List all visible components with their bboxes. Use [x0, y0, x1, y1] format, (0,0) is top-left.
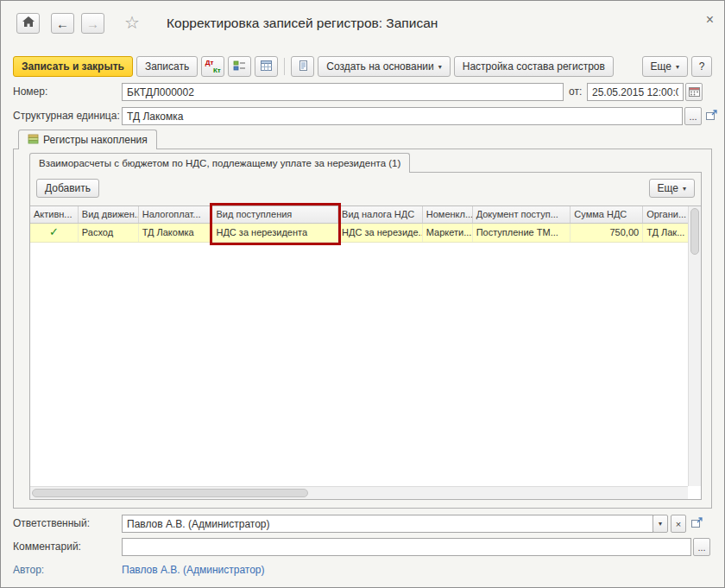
create-based-on-button[interactable]: Создать на основании ▾ — [318, 56, 451, 77]
accumulation-registers-icon — [28, 134, 39, 147]
dropdown-arrow-icon: ▾ — [438, 63, 442, 71]
close-icon[interactable]: × — [706, 12, 714, 28]
open-icon — [705, 110, 717, 123]
number-label: Номер: — [13, 83, 47, 101]
responsible-open-button[interactable] — [689, 515, 704, 533]
save-button[interactable]: Записать — [136, 56, 198, 77]
structural-unit-choose-button[interactable]: ... — [684, 107, 702, 125]
register-grid-panel: Добавить Еще ▾ Активн... Вид движен... Н… — [29, 172, 702, 500]
favorites-star-icon[interactable]: ☆ — [124, 11, 140, 34]
horizontal-scrollbar[interactable] — [30, 486, 688, 499]
vertical-scrollbar-thumb[interactable] — [690, 208, 699, 255]
table-header-row: Активн... Вид движен... Налогоплат... Ви… — [30, 206, 688, 224]
calendar-button[interactable] — [685, 83, 703, 101]
comment-input[interactable] — [122, 538, 691, 556]
back-button[interactable]: ← — [51, 13, 74, 34]
more-button[interactable]: Еще ▾ — [642, 56, 688, 77]
forward-button[interactable]: → — [81, 13, 104, 34]
author-label: Автор: — [13, 561, 44, 579]
document-window: ← → ☆ Корректировка записей регистров: З… — [0, 0, 725, 588]
cell-nomenclature[interactable]: Маркети... — [423, 224, 473, 242]
number-input[interactable] — [122, 83, 564, 101]
structural-unit-open-button[interactable] — [703, 107, 719, 125]
register-records-button[interactable] — [228, 56, 251, 77]
annotation-red-box — [210, 203, 341, 245]
register-table: Активн... Вид движен... Налогоплат... Ви… — [30, 205, 701, 499]
responsible-input[interactable] — [122, 515, 653, 533]
responsible-clear-button[interactable]: × — [671, 515, 686, 533]
table-icon — [260, 60, 273, 74]
window-title: Корректировка записей регистров: Записан — [167, 16, 438, 31]
home-button[interactable] — [16, 13, 40, 34]
register-records-icon — [233, 60, 246, 74]
cell-taxpayer[interactable]: ТД Лакомка — [139, 224, 213, 242]
tab-accumulation-registers[interactable]: Регистры накопления — [18, 130, 157, 149]
cell-movement-type[interactable]: Расход — [79, 224, 139, 242]
back-arrow-icon: ← — [56, 16, 69, 31]
column-header-active[interactable]: Активн... — [30, 206, 79, 223]
dtkt-icon: ДтКт — [205, 60, 221, 74]
vertical-scrollbar[interactable] — [688, 206, 701, 486]
comment-label: Комментарий: — [13, 538, 81, 556]
dropdown-arrow-icon: ▾ — [676, 63, 679, 71]
date-input[interactable] — [587, 83, 684, 101]
column-header-document[interactable]: Документ поступ... — [473, 206, 571, 223]
responsible-dropdown-button[interactable]: ▾ — [652, 515, 668, 533]
horizontal-scrollbar-thumb[interactable] — [32, 489, 308, 497]
column-header-taxpayer[interactable]: Налогоплат... — [139, 206, 213, 223]
report-table-button[interactable] — [255, 56, 278, 77]
structural-unit-label: Структурная единица: — [13, 107, 120, 125]
table-row[interactable]: ✓ Расход ТД Лакомка НДС за нерезидента Н… — [30, 224, 688, 243]
forward-arrow-icon: → — [86, 16, 99, 31]
grid-more-button[interactable]: Еще ▾ — [649, 179, 695, 198]
cell-document[interactable]: Поступление ТМ... — [473, 224, 571, 242]
responsible-label: Ответственный: — [13, 515, 90, 533]
date-label: от: — [569, 83, 582, 101]
column-header-movement-type[interactable]: Вид движен... — [79, 206, 139, 223]
copy-document-button[interactable] — [291, 56, 314, 77]
postings-dtkt-button[interactable]: ДтКт — [201, 56, 224, 77]
command-toolbar: Записать и закрыть Записать ДтКт Создать… — [13, 55, 712, 78]
help-button[interactable]: ? — [691, 56, 712, 77]
column-header-vat-type[interactable]: Вид налога НДС — [338, 206, 423, 223]
structural-unit-input[interactable] — [122, 107, 683, 125]
cell-active[interactable]: ✓ — [30, 224, 79, 242]
cell-vat-type[interactable]: НДС за нерезиде... — [338, 224, 423, 242]
cell-vat-amount[interactable]: 750,00 — [571, 224, 643, 242]
comment-choose-button[interactable]: ... — [693, 538, 710, 556]
tab-vat-nonresident-register[interactable]: Взаиморасчеты с бюджетом по НДС, подлежа… — [29, 153, 410, 173]
toolbar-separator — [284, 58, 285, 75]
add-row-button[interactable]: Добавить — [36, 179, 99, 198]
register-settings-button[interactable]: Настройка состава регистров — [454, 56, 614, 77]
column-header-nomenclature[interactable]: Номенкл... — [423, 206, 473, 223]
home-icon — [22, 16, 35, 30]
cell-organization[interactable]: ТД Лак... — [643, 224, 688, 242]
open-icon — [690, 517, 703, 531]
calendar-icon — [689, 86, 700, 98]
clear-x-icon: × — [676, 519, 681, 529]
dropdown-arrow-icon: ▾ — [683, 185, 686, 193]
column-header-organization[interactable]: Органи... — [643, 206, 688, 223]
document-icon — [297, 60, 309, 74]
author-link[interactable]: Павлов А.В. (Администратор) — [122, 561, 265, 579]
save-and-close-button[interactable]: Записать и закрыть — [13, 56, 133, 77]
column-header-vat-amount[interactable]: Сумма НДС — [571, 206, 643, 223]
dropdown-arrow-icon: ▾ — [659, 520, 662, 528]
active-check-icon: ✓ — [49, 225, 59, 238]
